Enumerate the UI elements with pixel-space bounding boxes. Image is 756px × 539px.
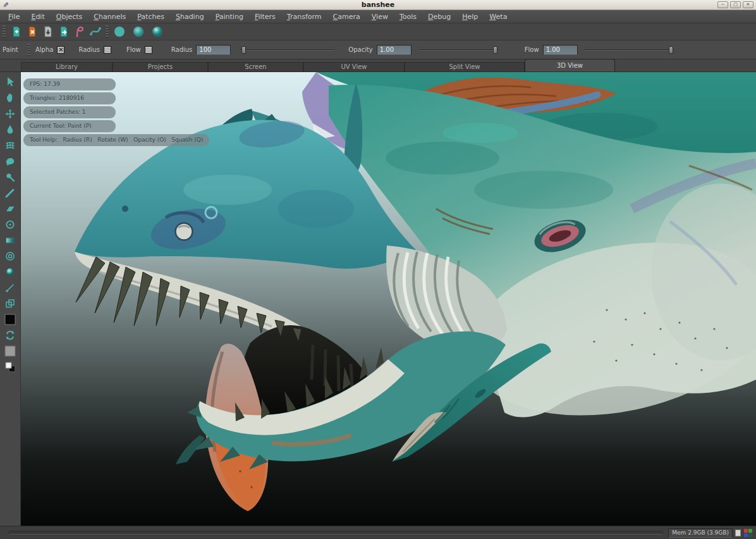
alpha-checkbox[interactable]: ✕	[57, 46, 64, 54]
hud-selected-patches: Selected Patches: 1	[23, 106, 116, 118]
main-area: FPS: 17.39 Triangles: 2180916 Selected P…	[0, 72, 756, 526]
brush-tip-flat-icon[interactable]	[111, 25, 127, 39]
menu-channels[interactable]: Channels	[88, 11, 131, 23]
mesh-warp-tool[interactable]	[2, 137, 18, 153]
maximize-button[interactable]: ▢	[730, 1, 741, 8]
menu-painting[interactable]: Painting	[210, 11, 249, 23]
pan-hand-tool[interactable]	[2, 90, 18, 106]
menu-weta[interactable]: Weta	[484, 11, 513, 23]
menu-patches[interactable]: Patches	[131, 11, 170, 23]
close-button[interactable]: ✕	[743, 1, 753, 8]
alpha-label: Alpha	[35, 46, 53, 53]
eraser-tool[interactable]	[2, 201, 18, 216]
menu-filters[interactable]: Filters	[249, 11, 281, 23]
import-icon[interactable]	[40, 25, 56, 39]
menu-shading[interactable]: Shading	[170, 11, 210, 23]
foreground-color-swatch[interactable]	[2, 311, 18, 327]
menu-bar: File Edit Objects Channels Patches Shadi…	[0, 10, 756, 23]
paintbar-grip[interactable]	[27, 44, 30, 56]
paint-through-icon[interactable]	[71, 25, 87, 39]
menu-camera[interactable]: Camera	[327, 11, 366, 23]
hud-fps: FPS: 17.39	[23, 78, 116, 90]
menu-edit[interactable]: Edit	[25, 11, 50, 23]
viewport-3d[interactable]: FPS: 17.39 Triangles: 2180916 Selected P…	[21, 72, 756, 526]
toolbar-grip[interactable]	[106, 25, 109, 38]
status-mini-button[interactable]	[735, 530, 741, 536]
flow-slider[interactable]	[585, 46, 674, 54]
radius-slider[interactable]	[240, 46, 334, 54]
opacity-field[interactable]: 1.00	[377, 45, 412, 55]
default-colors-icon[interactable]	[2, 359, 18, 375]
status-groove	[9, 531, 663, 535]
move-tool[interactable]	[2, 106, 18, 121]
view-tab-bar: Library Projects Screen UV View Split Vi…	[0, 59, 756, 72]
active-tool-label: Paint	[0, 46, 21, 53]
tab-split-view[interactable]: Split View	[405, 62, 525, 71]
hud-current-tool: Current Tool: Paint (P)	[23, 120, 116, 132]
droplet-tool[interactable]	[2, 121, 18, 137]
flow-label: Flow	[525, 46, 539, 53]
paint-blob-tool[interactable]	[2, 153, 18, 169]
swap-colors-icon[interactable]	[2, 327, 18, 343]
menu-objects[interactable]: Objects	[51, 11, 88, 23]
radius-toggle-label: Radius	[78, 46, 100, 53]
hud-tool-help: Tool Help: Radius (R) Rotate (W) Opacity…	[23, 134, 209, 146]
export-icon[interactable]	[56, 25, 71, 39]
opacity-slider-handle[interactable]	[493, 46, 497, 54]
opacity-slider-track	[419, 49, 498, 51]
tab-projects[interactable]: Projects	[113, 62, 208, 71]
menu-file[interactable]: File	[3, 11, 25, 23]
viewport-hud: FPS: 17.39 Triangles: 2180916 Selected P…	[23, 78, 209, 146]
menu-view[interactable]: View	[366, 11, 394, 23]
radius-slider-track	[240, 49, 334, 51]
hud-triangles: Triangles: 2180916	[23, 92, 116, 104]
flow-slider-track	[585, 49, 674, 51]
rgb-channels-icon	[744, 529, 752, 537]
menu-help[interactable]: Help	[456, 11, 484, 23]
sphere-brush-tool[interactable]	[2, 264, 18, 280]
flow-toggle-label: Flow	[126, 46, 141, 53]
radius-checkbox[interactable]	[104, 46, 111, 54]
tab-3d-view[interactable]: 3D View	[525, 59, 615, 71]
gradient-tool[interactable]	[2, 232, 18, 248]
flow-field[interactable]: 1.00	[543, 45, 578, 55]
window-title: banshee	[0, 1, 756, 9]
tab-library[interactable]: Library	[21, 62, 113, 71]
radius-slider-handle[interactable]	[241, 46, 246, 54]
new-project-icon[interactable]	[8, 25, 24, 39]
memory-readout: Mem 2.9GB (3.9GB)	[668, 528, 733, 538]
status-bar: Mem 2.9GB (3.9GB)	[0, 526, 756, 539]
tool-palette	[0, 72, 21, 526]
title-bar: ✎ banshee − ▢ ✕	[0, 0, 756, 10]
needle-tool[interactable]	[2, 280, 18, 295]
radius-label: Radius	[171, 46, 193, 53]
concentric-tool[interactable]	[2, 248, 18, 264]
brush-tip-hard-icon[interactable]	[149, 25, 165, 39]
tab-screen[interactable]: Screen	[208, 62, 303, 71]
radius-field[interactable]: 100	[196, 45, 231, 55]
menu-debug[interactable]: Debug	[422, 11, 456, 23]
flow-checkbox[interactable]	[145, 46, 152, 54]
circle-select-tool[interactable]	[2, 216, 18, 232]
menu-transform[interactable]: Transform	[281, 11, 327, 23]
opacity-slider[interactable]	[419, 46, 498, 54]
background-color-swatch[interactable]	[2, 343, 18, 359]
project-toolbar	[0, 23, 756, 40]
curve-tool-icon[interactable]	[87, 25, 103, 39]
close-project-icon[interactable]	[24, 25, 40, 39]
flow-slider-handle[interactable]	[669, 46, 673, 54]
paint-options-bar: Paint Alpha ✕ Radius Flow Radius 100 Opa…	[0, 40, 756, 59]
minimize-button[interactable]: −	[717, 1, 728, 8]
pin-tool[interactable]	[2, 169, 18, 185]
copy-patch-tool[interactable]	[2, 295, 18, 311]
stroke-tool[interactable]	[2, 185, 18, 201]
brush-tip-soft-icon[interactable]	[130, 25, 146, 39]
tab-uv-view[interactable]: UV View	[303, 62, 405, 71]
toolbar-grip[interactable]	[3, 25, 6, 38]
app-window: ✎ banshee − ▢ ✕ File Edit Objects Channe…	[0, 0, 756, 539]
select-tool[interactable]	[2, 74, 18, 90]
opacity-label: Opacity	[348, 46, 372, 53]
menu-tools[interactable]: Tools	[394, 11, 422, 23]
